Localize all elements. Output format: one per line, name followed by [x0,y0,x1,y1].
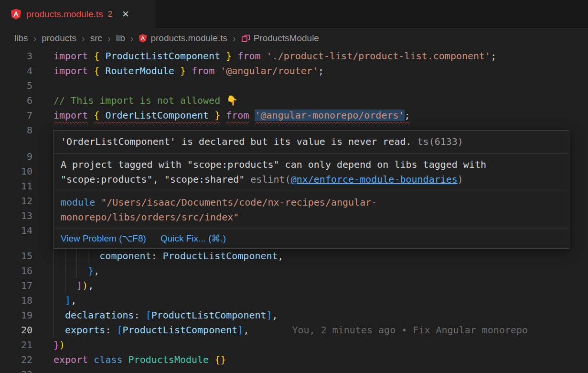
code-token: ] [237,324,243,336]
code-token: , [71,295,76,306]
code-line-17[interactable]: 17]), [0,278,588,293]
code-token: : [151,250,163,262]
line-number: 19 [0,308,32,323]
eslint-source-prefix: eslint( [250,174,290,185]
popup-row: 91011121314 'OrderListComponent' is decl… [0,138,588,249]
breadcrumb-item-src[interactable]: src [90,33,102,44]
code-line-20[interactable]: 20exports: [ProductListComponent],You, 2… [0,323,588,338]
breadcrumb-label: products [42,33,76,44]
indent-guide [65,278,76,293]
code-token [186,65,192,77]
code-token: , [278,250,284,262]
code-token: from [226,110,249,121]
line-number: 14 [0,223,32,238]
code-line-7[interactable]: 7import { OrderListComponent } from '@an… [0,108,588,123]
indent-guide [53,308,65,323]
line-number: 15 [0,249,32,263]
code-token: from [237,50,260,62]
line-number: 6 [0,93,32,108]
tab-title: products.module.ts [26,9,103,20]
code-line-23[interactable]: 23 [0,367,588,373]
code-token: , [243,324,249,336]
code-token: { [94,65,99,77]
line-content: }, [53,263,99,278]
code-token: ] [76,280,82,291]
code-line-22[interactable]: 22export class ProductsModule {} [0,352,588,367]
breadcrumb-separator: › [107,33,111,44]
code-token: ] [267,309,272,321]
code-token: } [88,265,94,276]
code-token: 👇 [226,95,238,106]
code-token: ) [59,339,65,351]
breadcrumb-item-products-module-ts[interactable]: products.module.ts [139,33,227,44]
code-token [249,110,255,121]
angular-icon [139,34,147,43]
breadcrumb-separator: › [82,33,85,44]
ts-error-section: 'OrderListComponent' is declared but its… [54,131,569,154]
indent-guide [53,293,65,308]
code-line-6[interactable]: 6// This import is not allowed 👇 [0,93,588,108]
indent-guide [53,249,65,263]
code-line-21[interactable]: 21}) [0,338,588,352]
code-token: class [94,354,122,365]
code-token [232,50,237,62]
code-line-5[interactable]: 5 [0,78,588,93]
eslint-error-text-line2: "scope:products", "scope:shared" [61,174,250,185]
code-token: } [180,65,186,77]
line-content: import { OrderListComponent } from '@ang… [53,108,410,123]
code-token [220,110,226,121]
code-token: declarations [65,309,134,321]
indent-guide [88,249,99,263]
breadcrumb-item-libs[interactable]: libs [14,33,28,44]
view-problem-button[interactable]: View Problem (⌥F8) [61,233,146,244]
breadcrumb-label: products.module.ts [150,33,227,44]
code-lines-top: 3import { ProductListComponent } from '.… [0,49,588,138]
tab-products-module-ts[interactable]: products.module.ts 2 ✕ [0,0,155,28]
code-token: from [192,65,214,77]
close-icon[interactable]: ✕ [122,9,129,20]
code-line-4[interactable]: 4import { RouterModule } from '@angular/… [0,64,588,78]
indent-guide [76,263,88,278]
code-line-16[interactable]: 16}, [0,263,588,278]
code-token: RouterModule [99,65,180,77]
line-number: 12 [0,194,32,208]
code-token [209,354,214,365]
gutter-numbers: 91011121314 [0,138,32,238]
ts-error-text: 'OrderListComponent' is declared but its… [61,136,412,147]
indent-guide [76,249,88,263]
code-line-18[interactable]: 18], [0,293,588,308]
code-token [88,65,94,77]
line-content: ], [53,293,76,308]
breadcrumb-label: lib [116,33,125,44]
breadcrumb-item-products[interactable]: products [42,33,76,44]
code-token: import [53,65,88,77]
code-token: } [214,110,220,121]
tab-bar: products.module.ts 2 ✕ [0,0,588,29]
line-number: 8 [0,123,32,138]
breadcrumb-item-productsmodule[interactable]: ProductsModule [241,33,319,44]
quick-fix-button[interactable]: Quick Fix... (⌘.) [160,233,226,244]
line-number: 4 [0,64,32,78]
eslint-rule-link[interactable]: @nx/enforce-module-boundaries [291,174,458,185]
angular-icon [11,9,21,20]
line-content: export class ProductsModule {} [53,352,226,367]
code-line-15[interactable]: 15component: ProductListComponent, [0,249,588,263]
line-content: exports: [ProductListComponent],You, 2 m… [53,323,528,338]
code-token: // This import is not allowed [53,95,226,106]
breadcrumb-item-lib[interactable]: lib [116,33,125,44]
tab-problem-count-badge: 2 [108,10,112,19]
eslint-source-suffix: ) [458,174,463,185]
code-token: ) [82,280,88,291]
code-line-19[interactable]: 19declarations: [ProductListComponent], [0,308,588,323]
line-number: 9 [0,149,32,164]
code-token [123,354,128,365]
code-token: ; [318,65,324,77]
ts-error-code: ts(6133) [412,136,463,147]
module-keyword: module [61,197,95,208]
line-content: component: ProductListComponent, [53,249,284,263]
code-line-3[interactable]: 3import { ProductListComponent } from '.… [0,49,588,64]
breadcrumb-label: ProductsModule [254,33,319,44]
hover-actions: View Problem (⌥F8) Quick Fix... (⌘.) [54,229,569,248]
breadcrumb-separator: › [233,33,236,44]
git-blame-annotation: You, 2 minutes ago • Fix Angular monorep… [249,324,528,336]
